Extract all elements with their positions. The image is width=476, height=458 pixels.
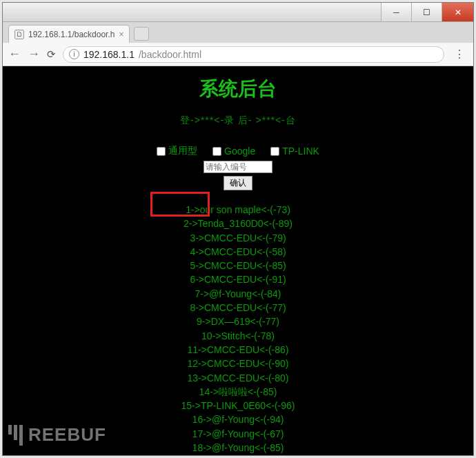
browser-tab[interactable]: 🗋 192.168.1.1/backdoor.h × bbox=[8, 25, 130, 43]
url-path: /backdoor.html bbox=[139, 49, 201, 60]
wifi-list-item: 3->CMCC-EDU<-(-79) bbox=[3, 231, 473, 245]
wifi-list-item: 15->TP-LINK_0E60<-(-96) bbox=[3, 399, 473, 412]
wifi-list-item: 6->CMCC-EDU<-(-91) bbox=[3, 272, 473, 286]
input-row bbox=[3, 160, 473, 173]
option-google-checkbox[interactable] bbox=[212, 147, 221, 156]
browser-window: ─ ☐ ✕ 🗋 192.168.1.1/backdoor.h × ← → ⟳ i… bbox=[2, 2, 474, 456]
option-tplink-checkbox[interactable] bbox=[270, 147, 279, 156]
window-close-button[interactable]: ✕ bbox=[442, 3, 473, 21]
nav-forward-icon[interactable]: → bbox=[28, 47, 40, 61]
confirm-button[interactable]: 确认 bbox=[224, 176, 252, 190]
option-tplink-label: TP-LINK bbox=[282, 146, 319, 157]
option-google-label: Google bbox=[224, 146, 255, 157]
wifi-list-item: 9->DX—619<-(-77) bbox=[3, 315, 473, 328]
option-generic-checkbox[interactable] bbox=[157, 147, 166, 156]
options-row: 通用型 Google TP-LINK bbox=[3, 145, 473, 157]
wifi-list-item: 8->CMCC-EDU<-(-77) bbox=[3, 301, 473, 315]
page-title: 系统后台 bbox=[3, 76, 473, 102]
tab-close-icon[interactable]: × bbox=[119, 30, 123, 39]
page-subtitle: 登->***<-录 后- >***<-台 bbox=[3, 114, 473, 127]
nav-back-icon[interactable]: ← bbox=[8, 47, 21, 61]
wifi-list-item: 16->@f-Young<-(-94) bbox=[3, 412, 473, 426]
option-generic[interactable]: 通用型 bbox=[157, 145, 197, 157]
wifi-list-item: 17->@f-Young<-(-67) bbox=[3, 427, 473, 441]
site-info-icon[interactable]: i bbox=[69, 49, 79, 59]
confirm-row: 确认 bbox=[3, 173, 473, 190]
wifi-list: 1->our son maple<-(-73)2->Tenda_3160D0<-… bbox=[3, 203, 473, 455]
wifi-list-item: 14->啦啦啦<-(-85) bbox=[3, 385, 473, 399]
wifi-list-item: 7->@f-Young<-(-84) bbox=[3, 287, 473, 301]
wifi-list-item: 1->our son maple<-(-73) bbox=[3, 203, 473, 217]
wifi-list-item: 5->CMCC-EDU<-(-85) bbox=[3, 259, 473, 272]
page-favicon-icon: 🗋 bbox=[14, 30, 24, 39]
wifi-list-item: 2->Tenda_3160D0<-(-89) bbox=[3, 217, 473, 230]
option-tplink[interactable]: TP-LINK bbox=[270, 146, 319, 157]
window-minimize-button[interactable]: ─ bbox=[381, 3, 411, 21]
wifi-list-item: 11->CMCC-EDU<-(-86) bbox=[3, 343, 473, 357]
wifi-list-item: 4->CMCC-EDU<-(-58) bbox=[3, 245, 473, 259]
address-bar[interactable]: i 192.168.1.1/backdoor.html bbox=[63, 46, 444, 63]
option-google[interactable]: Google bbox=[212, 146, 255, 157]
page-viewport: 系统后台 登->***<-录 后- >***<-台 通用型 Google TP-… bbox=[3, 66, 473, 455]
tab-strip: 🗋 192.168.1.1/backdoor.h × bbox=[3, 22, 473, 43]
reload-icon[interactable]: ⟳ bbox=[47, 48, 56, 61]
url-host: 192.168.1.1 bbox=[83, 49, 135, 60]
wifi-list-item: 18->@f-Young<-(-85) bbox=[3, 441, 473, 455]
new-tab-button[interactable] bbox=[134, 27, 149, 41]
browser-menu-icon[interactable]: ⋮ bbox=[451, 48, 468, 61]
wifi-list-item: 10->Stitch<-(-78) bbox=[3, 329, 473, 343]
window-titlebar: ─ ☐ ✕ bbox=[3, 3, 473, 22]
browser-toolbar: ← → ⟳ i 192.168.1.1/backdoor.html ⋮ bbox=[3, 43, 473, 66]
option-generic-label: 通用型 bbox=[168, 145, 197, 157]
id-input[interactable] bbox=[204, 161, 272, 173]
window-maximize-button[interactable]: ☐ bbox=[411, 3, 442, 21]
wifi-list-item: 13->CMCC-EDU<-(-80) bbox=[3, 371, 473, 385]
wifi-list-item: 19->CMCC-EDU<-(-73) bbox=[3, 455, 473, 455]
tab-title: 192.168.1.1/backdoor.h bbox=[28, 30, 115, 39]
wifi-list-item: 12->CMCC-EDU<-(-90) bbox=[3, 357, 473, 370]
